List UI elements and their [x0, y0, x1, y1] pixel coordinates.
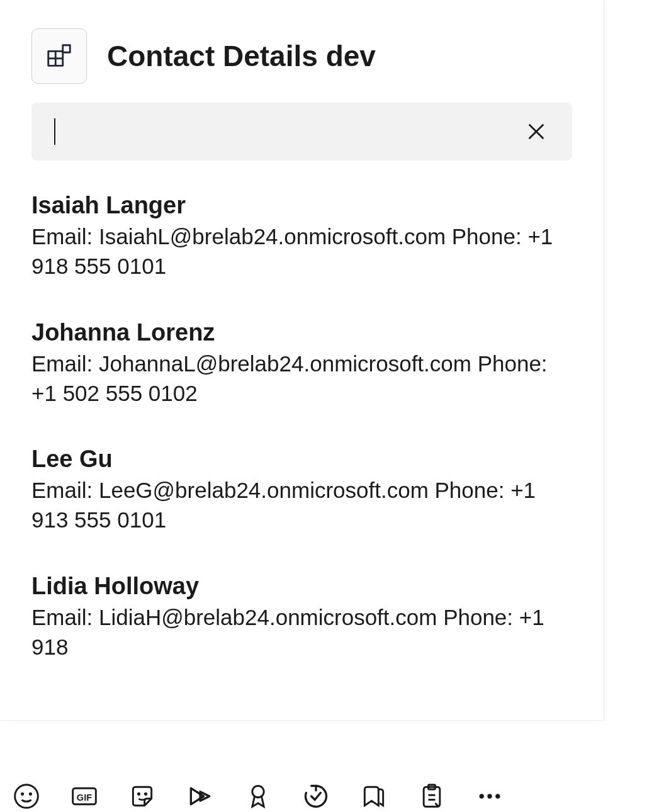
- list-item[interactable]: Isaiah Langer Email: IsaiahL@brelab24.on…: [31, 192, 572, 281]
- svg-marker-13: [191, 788, 203, 804]
- panel-title: Contact Details dev: [107, 39, 376, 73]
- svg-marker-14: [200, 792, 210, 801]
- stream-icon: [186, 782, 214, 810]
- contact-details-panel: Contact Details dev Isaiah Langer Email:…: [0, 0, 604, 721]
- app-grid-icon: [45, 42, 74, 70]
- contact-details: Email: JohannaL@brelab24.onmicrosoft.com…: [31, 349, 572, 409]
- agenda-button[interactable]: [418, 781, 446, 812]
- contacts-list: Isaiah Langer Email: IsaiahL@brelab24.on…: [0, 192, 604, 662]
- close-icon: [526, 121, 547, 142]
- contact-name: Isaiah Langer: [31, 192, 572, 219]
- clear-search-button[interactable]: [521, 116, 552, 147]
- contact-name: Lee Gu: [31, 446, 572, 473]
- emoji-button[interactable]: [13, 781, 40, 812]
- contact-name: Lidia Holloway: [31, 573, 572, 600]
- sticker-icon: [128, 782, 156, 810]
- search-container: [31, 103, 572, 161]
- emoji-icon: [13, 782, 40, 810]
- stream-button[interactable]: [186, 781, 214, 812]
- bookmark-icon: [360, 782, 388, 810]
- gif-icon: GIF: [70, 782, 98, 810]
- svg-point-8: [30, 793, 31, 794]
- search-field[interactable]: [31, 103, 572, 161]
- compose-toolbar: GIF: [0, 768, 659, 812]
- svg-point-21: [487, 794, 492, 798]
- list-item[interactable]: Lee Gu Email: LeeG@brelab24.onmicrosoft.…: [31, 446, 572, 535]
- contact-details: Email: IsaiahL@brelab24.onmicrosoft.com …: [31, 222, 572, 281]
- search-input[interactable]: [55, 120, 521, 144]
- more-button[interactable]: [476, 781, 504, 812]
- contact-details: Email: LidiaH@brelab24.onmicrosoft.com P…: [31, 602, 572, 662]
- approvals-button[interactable]: [302, 781, 330, 812]
- svg-point-15: [252, 786, 264, 798]
- svg-point-22: [495, 794, 500, 798]
- approvals-icon: [302, 782, 330, 810]
- contact-name: Johanna Lorenz: [31, 319, 572, 346]
- svg-text:GIF: GIF: [77, 792, 92, 803]
- more-icon: [476, 782, 504, 810]
- praise-icon: [244, 782, 272, 810]
- svg-point-20: [480, 794, 484, 798]
- panel-header: Contact Details dev: [0, 0, 604, 103]
- svg-point-11: [138, 793, 139, 794]
- list-item[interactable]: Johanna Lorenz Email: JohannaL@brelab24.…: [31, 319, 572, 409]
- app-icon: [31, 28, 87, 84]
- list-item[interactable]: Lidia Holloway Email: LidiaH@brelab24.on…: [31, 573, 572, 662]
- svg-point-12: [145, 793, 146, 794]
- svg-point-7: [21, 793, 23, 794]
- svg-point-6: [15, 785, 38, 808]
- contact-details: Email: LeeG@brelab24.onmicrosoft.com Pho…: [31, 475, 572, 535]
- svg-rect-3: [63, 45, 70, 53]
- agenda-icon: [418, 782, 446, 810]
- gif-button[interactable]: GIF: [70, 781, 98, 812]
- sticker-button[interactable]: [128, 781, 156, 812]
- praise-button[interactable]: [244, 781, 272, 812]
- bookmark-button[interactable]: [360, 781, 388, 812]
